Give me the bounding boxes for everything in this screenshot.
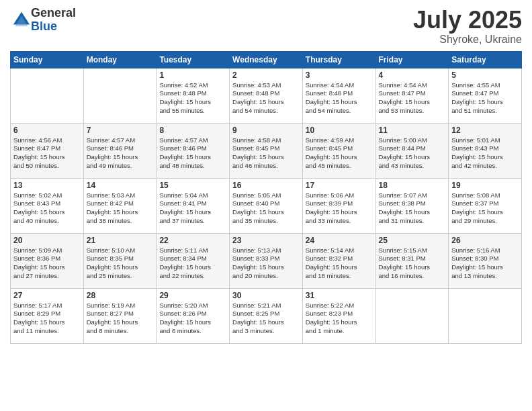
day-info: Sunrise: 4:56 AM Sunset: 8:47 PM Dayligh… bbox=[13, 136, 81, 171]
calendar-cell: 18Sunrise: 5:07 AM Sunset: 8:38 PM Dayli… bbox=[375, 178, 449, 233]
calendar-cell: 8Sunrise: 4:57 AM Sunset: 8:46 PM Daylig… bbox=[157, 123, 230, 178]
day-info: Sunrise: 5:07 AM Sunset: 8:38 PM Dayligh… bbox=[379, 191, 446, 226]
header-sunday: Sunday bbox=[11, 51, 84, 68]
day-number: 13 bbox=[13, 181, 81, 190]
calendar-cell bbox=[449, 288, 522, 343]
calendar-cell: 29Sunrise: 5:20 AM Sunset: 8:26 PM Dayli… bbox=[157, 288, 230, 343]
calendar-cell: 7Sunrise: 4:57 AM Sunset: 8:46 PM Daylig… bbox=[83, 123, 157, 178]
calendar-cell bbox=[375, 288, 449, 343]
day-number: 10 bbox=[306, 126, 373, 135]
calendar-week-1: 1Sunrise: 4:52 AM Sunset: 8:48 PM Daylig… bbox=[11, 68, 522, 123]
calendar-cell: 3Sunrise: 4:54 AM Sunset: 8:48 PM Daylig… bbox=[302, 68, 375, 123]
day-number: 19 bbox=[451, 181, 519, 190]
calendar-cell bbox=[83, 68, 157, 123]
day-number: 5 bbox=[451, 71, 519, 80]
day-info: Sunrise: 5:08 AM Sunset: 8:37 PM Dayligh… bbox=[451, 191, 519, 226]
day-info: Sunrise: 5:04 AM Sunset: 8:41 PM Dayligh… bbox=[159, 191, 226, 226]
calendar-cell: 15Sunrise: 5:04 AM Sunset: 8:41 PM Dayli… bbox=[157, 178, 230, 233]
day-number: 15 bbox=[159, 181, 226, 190]
logo-general-text: General bbox=[31, 7, 76, 20]
calendar-cell: 25Sunrise: 5:15 AM Sunset: 8:31 PM Dayli… bbox=[375, 233, 449, 288]
day-number: 20 bbox=[13, 236, 81, 245]
title-block: July 2025 Shyroke, Ukraine bbox=[413, 7, 522, 46]
calendar-cell: 28Sunrise: 5:19 AM Sunset: 8:27 PM Dayli… bbox=[83, 288, 157, 343]
day-info: Sunrise: 5:14 AM Sunset: 8:32 PM Dayligh… bbox=[306, 246, 373, 281]
day-number: 25 bbox=[379, 236, 446, 245]
header-monday: Monday bbox=[83, 51, 157, 68]
calendar-cell: 11Sunrise: 5:00 AM Sunset: 8:44 PM Dayli… bbox=[375, 123, 449, 178]
day-number: 8 bbox=[159, 126, 226, 135]
calendar-cell: 1Sunrise: 4:52 AM Sunset: 8:48 PM Daylig… bbox=[157, 68, 230, 123]
day-info: Sunrise: 5:09 AM Sunset: 8:36 PM Dayligh… bbox=[13, 246, 81, 281]
logo-icon bbox=[12, 11, 31, 30]
day-info: Sunrise: 5:17 AM Sunset: 8:29 PM Dayligh… bbox=[13, 302, 81, 336]
day-number: 6 bbox=[13, 126, 81, 135]
calendar-week-3: 13Sunrise: 5:02 AM Sunset: 8:43 PM Dayli… bbox=[11, 178, 522, 233]
day-info: Sunrise: 5:16 AM Sunset: 8:30 PM Dayligh… bbox=[451, 246, 519, 281]
day-info: Sunrise: 4:54 AM Sunset: 8:48 PM Dayligh… bbox=[306, 81, 373, 116]
calendar-cell: 5Sunrise: 4:55 AM Sunset: 8:47 PM Daylig… bbox=[449, 68, 522, 123]
day-info: Sunrise: 5:05 AM Sunset: 8:40 PM Dayligh… bbox=[232, 191, 300, 226]
day-info: Sunrise: 5:03 AM Sunset: 8:42 PM Dayligh… bbox=[87, 191, 154, 226]
day-number: 24 bbox=[306, 236, 373, 245]
day-number: 14 bbox=[87, 181, 154, 190]
day-info: Sunrise: 4:54 AM Sunset: 8:47 PM Dayligh… bbox=[379, 81, 446, 116]
day-number: 1 bbox=[159, 71, 226, 80]
calendar-cell: 30Sunrise: 5:21 AM Sunset: 8:25 PM Dayli… bbox=[230, 288, 303, 343]
day-number: 17 bbox=[306, 181, 373, 190]
calendar-cell: 27Sunrise: 5:17 AM Sunset: 8:29 PM Dayli… bbox=[11, 288, 84, 343]
day-info: Sunrise: 4:52 AM Sunset: 8:48 PM Dayligh… bbox=[159, 81, 226, 116]
calendar-cell: 9Sunrise: 4:58 AM Sunset: 8:45 PM Daylig… bbox=[230, 123, 303, 178]
day-info: Sunrise: 5:19 AM Sunset: 8:27 PM Dayligh… bbox=[87, 302, 154, 336]
day-number: 28 bbox=[87, 291, 154, 300]
calendar-cell: 20Sunrise: 5:09 AM Sunset: 8:36 PM Dayli… bbox=[11, 233, 84, 288]
calendar-table: Sunday Monday Tuesday Wednesday Thursday… bbox=[10, 51, 522, 344]
day-info: Sunrise: 4:57 AM Sunset: 8:46 PM Dayligh… bbox=[159, 136, 226, 171]
day-info: Sunrise: 4:55 AM Sunset: 8:47 PM Dayligh… bbox=[451, 81, 519, 116]
calendar-cell bbox=[11, 68, 84, 123]
page-header: General Blue July 2025 Shyroke, Ukraine bbox=[10, 7, 522, 46]
calendar-week-2: 6Sunrise: 4:56 AM Sunset: 8:47 PM Daylig… bbox=[11, 123, 522, 178]
day-number: 16 bbox=[232, 181, 300, 190]
calendar-cell: 12Sunrise: 5:01 AM Sunset: 8:43 PM Dayli… bbox=[449, 123, 522, 178]
day-number: 12 bbox=[451, 126, 519, 135]
day-info: Sunrise: 5:10 AM Sunset: 8:35 PM Dayligh… bbox=[87, 246, 154, 281]
calendar-cell: 19Sunrise: 5:08 AM Sunset: 8:37 PM Dayli… bbox=[449, 178, 522, 233]
day-number: 9 bbox=[232, 126, 300, 135]
day-number: 4 bbox=[379, 71, 446, 80]
header-friday: Friday bbox=[375, 51, 449, 68]
calendar-cell: 17Sunrise: 5:06 AM Sunset: 8:39 PM Dayli… bbox=[302, 178, 375, 233]
header-saturday: Saturday bbox=[449, 51, 522, 68]
calendar-cell: 26Sunrise: 5:16 AM Sunset: 8:30 PM Dayli… bbox=[449, 233, 522, 288]
day-number: 3 bbox=[306, 71, 373, 80]
calendar-title: July 2025 bbox=[413, 7, 522, 34]
day-info: Sunrise: 5:20 AM Sunset: 8:26 PM Dayligh… bbox=[159, 302, 226, 336]
day-number: 21 bbox=[87, 236, 154, 245]
calendar-week-4: 20Sunrise: 5:09 AM Sunset: 8:36 PM Dayli… bbox=[11, 233, 522, 288]
day-info: Sunrise: 5:22 AM Sunset: 8:23 PM Dayligh… bbox=[306, 302, 373, 336]
day-info: Sunrise: 5:00 AM Sunset: 8:44 PM Dayligh… bbox=[379, 136, 446, 171]
calendar-cell: 6Sunrise: 4:56 AM Sunset: 8:47 PM Daylig… bbox=[11, 123, 84, 178]
day-number: 11 bbox=[379, 126, 446, 135]
day-number: 23 bbox=[232, 236, 300, 245]
day-info: Sunrise: 5:06 AM Sunset: 8:39 PM Dayligh… bbox=[306, 191, 373, 226]
calendar-cell: 10Sunrise: 4:59 AM Sunset: 8:45 PM Dayli… bbox=[302, 123, 375, 178]
header-thursday: Thursday bbox=[302, 51, 375, 68]
day-info: Sunrise: 4:57 AM Sunset: 8:46 PM Dayligh… bbox=[87, 136, 154, 171]
calendar-header-row: Sunday Monday Tuesday Wednesday Thursday… bbox=[11, 51, 522, 68]
logo-blue-text: Blue bbox=[31, 20, 76, 34]
calendar-cell: 24Sunrise: 5:14 AM Sunset: 8:32 PM Dayli… bbox=[302, 233, 375, 288]
day-number: 27 bbox=[13, 291, 81, 300]
calendar-cell: 16Sunrise: 5:05 AM Sunset: 8:40 PM Dayli… bbox=[230, 178, 303, 233]
calendar-cell: 2Sunrise: 4:53 AM Sunset: 8:48 PM Daylig… bbox=[230, 68, 303, 123]
day-info: Sunrise: 5:13 AM Sunset: 8:33 PM Dayligh… bbox=[232, 246, 300, 281]
day-number: 2 bbox=[232, 71, 300, 80]
day-number: 30 bbox=[232, 291, 300, 300]
day-info: Sunrise: 5:11 AM Sunset: 8:34 PM Dayligh… bbox=[159, 246, 226, 281]
calendar-cell: 21Sunrise: 5:10 AM Sunset: 8:35 PM Dayli… bbox=[83, 233, 157, 288]
logo: General Blue bbox=[10, 7, 76, 34]
calendar-cell: 14Sunrise: 5:03 AM Sunset: 8:42 PM Dayli… bbox=[83, 178, 157, 233]
calendar-cell: 31Sunrise: 5:22 AM Sunset: 8:23 PM Dayli… bbox=[302, 288, 375, 343]
day-info: Sunrise: 4:58 AM Sunset: 8:45 PM Dayligh… bbox=[232, 136, 300, 171]
calendar-cell: 22Sunrise: 5:11 AM Sunset: 8:34 PM Dayli… bbox=[157, 233, 230, 288]
